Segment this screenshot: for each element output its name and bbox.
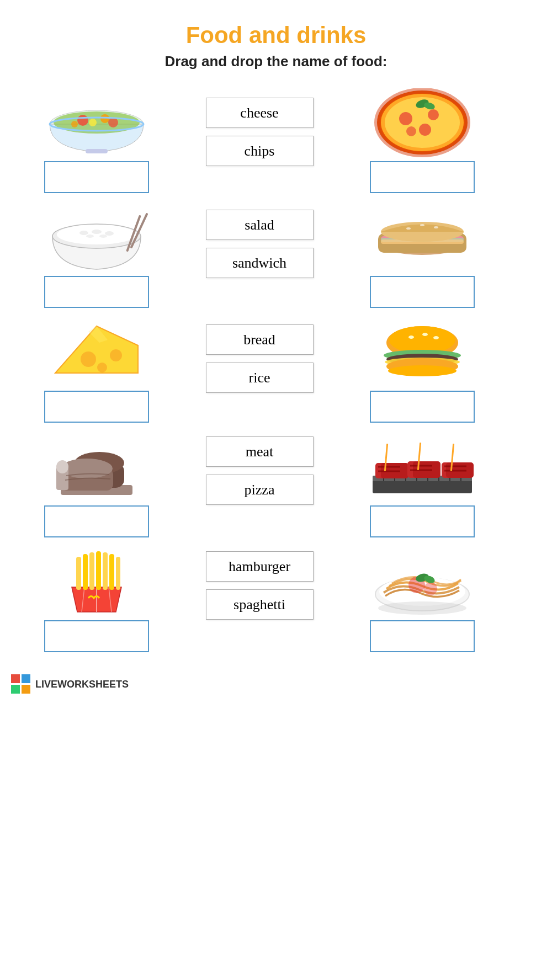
hamburger-image bbox=[367, 316, 477, 388]
salad-bowl-image bbox=[41, 87, 152, 158]
svg-rect-94 bbox=[103, 552, 108, 590]
word-pizza[interactable]: pizza bbox=[206, 475, 314, 505]
svg-point-23 bbox=[105, 231, 114, 236]
drop-box-sandwich[interactable] bbox=[370, 276, 475, 308]
drop-box-spaghetti[interactable] bbox=[370, 620, 475, 652]
svg-point-39 bbox=[81, 351, 96, 367]
svg-point-103 bbox=[378, 601, 466, 615]
svg-point-12 bbox=[399, 112, 412, 125]
subtitle: Drag and drop the name of food: bbox=[0, 53, 552, 70]
svg-point-14 bbox=[419, 124, 431, 136]
sandwich-image bbox=[367, 201, 477, 273]
svg-rect-92 bbox=[89, 552, 94, 590]
svg-rect-60 bbox=[373, 480, 472, 493]
drop-box-salad[interactable] bbox=[44, 161, 149, 193]
word-chips[interactable]: chips bbox=[206, 136, 314, 166]
word-meat[interactable]: meat bbox=[206, 436, 314, 467]
svg-point-21 bbox=[79, 231, 88, 235]
footer: LIVEWORKSHEETS bbox=[0, 669, 552, 700]
svg-point-4 bbox=[89, 119, 97, 126]
svg-point-44 bbox=[389, 326, 455, 354]
word-bread[interactable]: bread bbox=[206, 324, 314, 355]
svg-point-40 bbox=[110, 349, 122, 361]
svg-point-41 bbox=[97, 363, 107, 372]
svg-point-15 bbox=[406, 126, 416, 136]
svg-point-100 bbox=[424, 582, 437, 595]
svg-point-46 bbox=[422, 333, 428, 336]
svg-point-45 bbox=[408, 335, 414, 339]
cheese-image bbox=[41, 316, 152, 388]
svg-rect-90 bbox=[76, 557, 81, 590]
footer-logo: LIVEWORKSHEETS bbox=[11, 674, 129, 694]
svg-point-20 bbox=[57, 225, 136, 244]
word-hamburger[interactable]: hamburger bbox=[206, 551, 314, 582]
word-rice[interactable]: rice bbox=[206, 363, 314, 393]
svg-point-35 bbox=[420, 224, 424, 226]
word-sandwich[interactable]: sandwich bbox=[206, 248, 314, 278]
drop-box-bread[interactable] bbox=[44, 505, 149, 537]
word-spaghetti[interactable]: spaghetti bbox=[206, 589, 314, 620]
svg-point-25 bbox=[99, 235, 107, 238]
fries-image bbox=[41, 546, 152, 617]
svg-point-22 bbox=[92, 230, 102, 234]
svg-rect-95 bbox=[109, 554, 114, 590]
svg-rect-96 bbox=[116, 557, 120, 590]
svg-point-3 bbox=[100, 114, 109, 123]
svg-point-6 bbox=[71, 121, 78, 127]
svg-point-34 bbox=[406, 227, 411, 230]
logo-sq-green bbox=[11, 685, 20, 694]
footer-brand-text: LIVEWORKSHEETS bbox=[35, 679, 129, 690]
svg-point-24 bbox=[86, 235, 94, 238]
logo-sq-yellow bbox=[22, 685, 30, 694]
bread-loaf-image bbox=[41, 431, 152, 503]
drop-box-rice[interactable] bbox=[44, 276, 149, 308]
rice-bowl-image bbox=[41, 201, 152, 273]
word-cheese[interactable]: cheese bbox=[206, 98, 314, 128]
drop-box-fries[interactable] bbox=[44, 620, 149, 652]
grilled-meat-image bbox=[367, 431, 477, 503]
word-salad[interactable]: salad bbox=[206, 210, 314, 240]
svg-point-13 bbox=[428, 109, 439, 120]
drop-box-hamburger[interactable] bbox=[370, 391, 475, 423]
svg-point-5 bbox=[108, 118, 118, 127]
svg-point-52 bbox=[388, 365, 457, 376]
drop-box-grilled-meat[interactable] bbox=[370, 505, 475, 537]
svg-rect-93 bbox=[96, 551, 101, 590]
pizza-image bbox=[367, 87, 477, 158]
logo-squares bbox=[11, 674, 31, 694]
svg-point-59 bbox=[56, 460, 68, 473]
svg-rect-91 bbox=[83, 554, 88, 590]
page-title: Food and drinks bbox=[0, 0, 552, 49]
spaghetti-image bbox=[367, 546, 477, 617]
logo-sq-blue bbox=[22, 674, 30, 683]
drop-box-cheese[interactable] bbox=[44, 391, 149, 423]
logo-sq-red bbox=[11, 674, 20, 683]
svg-point-47 bbox=[433, 336, 439, 339]
svg-point-36 bbox=[434, 226, 438, 228]
drop-box-pizza[interactable] bbox=[370, 161, 475, 193]
svg-rect-8 bbox=[86, 149, 108, 153]
svg-point-2 bbox=[77, 115, 88, 126]
